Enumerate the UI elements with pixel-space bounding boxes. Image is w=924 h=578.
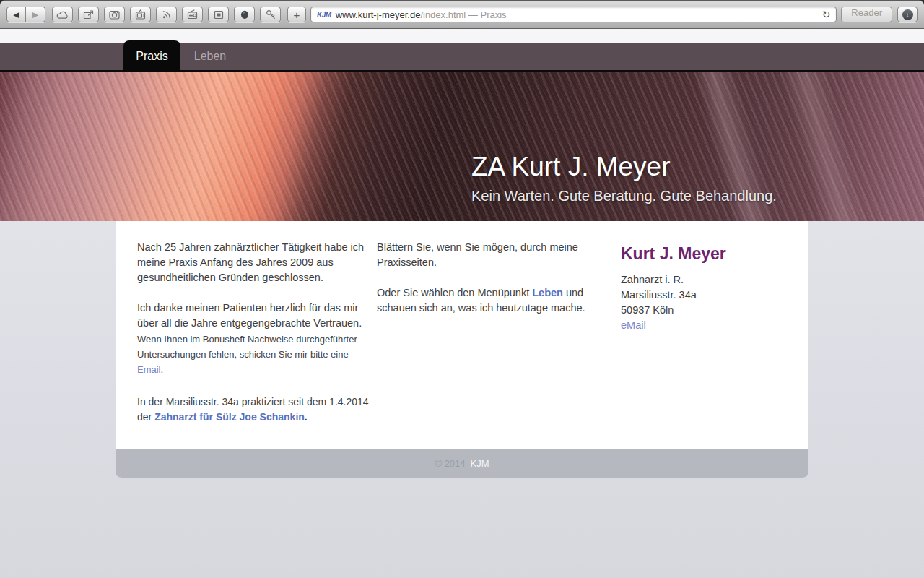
footer-initials: KJM (471, 458, 489, 469)
contact-title: Zahnarzt i. R. (621, 272, 787, 288)
browser-window: ◀ ▶ (0, 0, 924, 578)
web-page: Praxis Leben ZA Kurt J. Meyer Kein Warte… (0, 29, 924, 578)
topsites-button[interactable] (52, 7, 73, 22)
hero-text-block: ZA Kurt J. Meyer Kein Warten. Gute Berat… (471, 151, 777, 204)
key-icon (266, 9, 276, 20)
column-contact: Kurt J. Meyer Zahnarzt i. R. Marsiliusst… (621, 240, 787, 449)
site-footer: © 2014 KJM (116, 449, 808, 478)
contact-street: Marsiliusstr. 34a (621, 288, 787, 303)
successor-dentist-link[interactable]: Zahnarzt für Sülz Joe Schankin (154, 411, 305, 423)
radio-icon (187, 9, 198, 20)
password-extension-button[interactable] (260, 7, 281, 22)
paragraph: Ich danke meinen Patienten herzlich für … (137, 301, 372, 331)
text-run: . (161, 364, 164, 375)
paragraph: Oder Sie wählen den Menüpunkt Leben und … (377, 285, 588, 316)
browser-toolbar: ◀ ▶ (0, 1, 924, 29)
contact-name-heading: Kurt J. Meyer (621, 243, 787, 264)
address-block: Zahnarzt i. R. Marsiliusstr. 34a 50937 K… (621, 272, 787, 333)
tab-praxis[interactable]: Praxis (123, 40, 180, 72)
page-subtitle: Kein Warten. Gute Beratung. Gute Behandl… (471, 187, 777, 204)
share-icon (83, 9, 94, 20)
address-bar[interactable]: KJM www.kurt-j-meyer.de /index.html — Pr… (310, 7, 837, 22)
copyright-text: © 2014 (435, 458, 465, 469)
cloud-icon (56, 10, 69, 20)
forward-button[interactable]: ▶ (26, 7, 45, 22)
tv-icon (135, 9, 146, 20)
column-practice-closed: Nach 25 Jahren zahnärztlicher Tätigkeit … (137, 240, 372, 449)
text-run: . (305, 411, 308, 423)
new-tab-button[interactable]: + (287, 7, 306, 22)
email-link[interactable]: Email (137, 364, 161, 375)
rss-extension-button[interactable] (156, 7, 177, 22)
window-icon (214, 10, 224, 20)
content-card: Nach 25 Jahren zahnärztlicher Tätigkeit … (116, 221, 808, 478)
camera-icon (109, 10, 120, 20)
app-extension-button[interactable] (234, 7, 255, 22)
paragraph-small: Wenn Ihnen im Bonusheft Nachweise durchg… (137, 332, 372, 377)
paragraph: Nach 25 Jahren zahnärztlicher Tätigkeit … (137, 240, 372, 285)
history-nav-group: ◀ ▶ (6, 7, 45, 22)
contact-email-link[interactable]: eMail (621, 319, 646, 331)
download-icon: ↓ (902, 9, 913, 20)
site-navbar: Praxis Leben (0, 43, 924, 72)
rss-icon (162, 9, 172, 20)
content-columns: Nach 25 Jahren zahnärztlicher Tätigkeit … (116, 221, 808, 449)
camera-extension-button[interactable] (104, 7, 125, 22)
tv-extension-button[interactable] (130, 7, 151, 22)
refresh-icon[interactable]: ↻ (822, 9, 831, 20)
paragraph: In der Marsiliusstr. 34a praktiziert sei… (137, 394, 372, 425)
column-browse-hint: Blättern Sie, wenn Sie mögen, durch mein… (377, 240, 588, 449)
window-extension-button[interactable] (208, 7, 229, 22)
url-host: www.kurt-j-meyer.de (336, 9, 421, 20)
back-button[interactable]: ◀ (6, 7, 26, 22)
share-button[interactable] (78, 7, 99, 22)
hero-image: ZA Kurt J. Meyer Kein Warten. Gute Berat… (0, 72, 924, 221)
text-run: Wenn Ihnen im Bonusheft Nachweise durchg… (137, 334, 357, 360)
site-favicon: KJM (317, 11, 331, 19)
contact-city: 50937 Köln (621, 303, 787, 318)
page-title: ZA Kurt J. Meyer (471, 151, 777, 183)
main-background: Nach 25 Jahren zahnärztlicher Tätigkeit … (0, 221, 924, 578)
blob-icon (240, 9, 250, 20)
downloads-button[interactable]: ↓ (897, 7, 918, 22)
paragraph: Blättern Sie, wenn Sie mögen, durch mein… (377, 240, 588, 270)
leben-inline-link[interactable]: Leben (532, 287, 563, 298)
radio-extension-button[interactable] (182, 7, 203, 22)
reader-button[interactable]: Reader (841, 7, 892, 22)
url-path-title: /index.html — Praxis (420, 9, 506, 20)
text-run: Oder Sie wählen den Menüpunkt (377, 287, 532, 298)
tab-leben[interactable]: Leben (188, 43, 232, 70)
